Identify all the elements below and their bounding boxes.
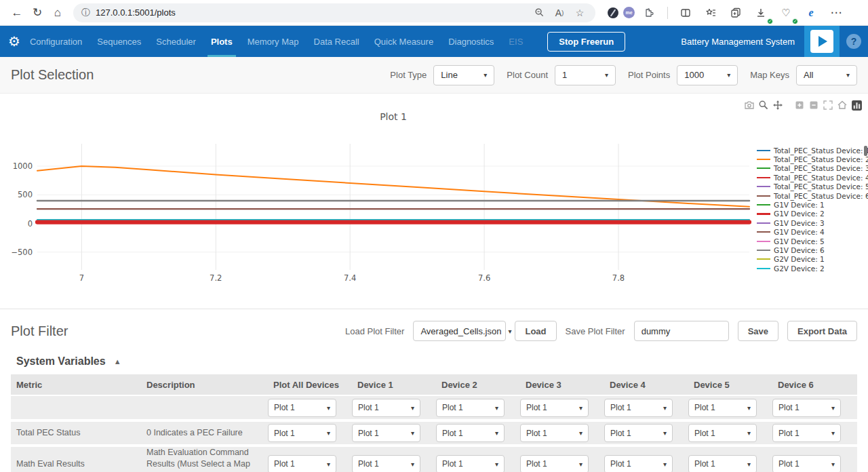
plot-assign-select[interactable]: Plot 1▾	[772, 399, 841, 417]
collections-icon[interactable]	[726, 3, 746, 23]
legend-item[interactable]: Total_PEC_Status Device: 1	[757, 146, 867, 155]
plot-assign-select[interactable]: Plot 1▾	[772, 424, 841, 442]
plot-assign-select[interactable]: Plot 1▾	[268, 424, 336, 442]
legend-item[interactable]: Total_PEC_Status Device: 3	[757, 164, 867, 173]
chevron-down-icon: ▾	[495, 404, 498, 412]
load-filter-select[interactable]: Averaged_Cells.json▾	[413, 321, 506, 341]
plot-assign-select[interactable]: Plot 1▾	[268, 455, 336, 472]
svg-text:7.4: 7.4	[344, 273, 356, 283]
zoom-icon[interactable]	[757, 99, 770, 111]
plot-canvas[interactable]: 10005000−50077.27.47.67.8	[0, 134, 760, 290]
home-icon[interactable]: ⌂	[47, 3, 68, 23]
nav-item-quick-measure[interactable]: Quick Measure	[374, 26, 433, 57]
plot-assign-select[interactable]: Plot 1▾	[604, 424, 673, 442]
zoom-in-icon[interactable]	[793, 99, 806, 111]
system-variables-title: System Variables	[16, 355, 106, 368]
legend-item[interactable]: G1V Device: 4	[757, 228, 867, 237]
plot-assign-select[interactable]: Plot 1▾	[352, 399, 420, 417]
plotly-logo-icon[interactable]	[850, 99, 863, 111]
svg-text:0: 0	[28, 219, 33, 229]
plot-assign-select[interactable]: Plot 1▾	[268, 399, 336, 417]
back-icon[interactable]: ←	[7, 3, 27, 23]
plot-assign-select[interactable]: Plot 1▾	[604, 399, 673, 417]
legend-scrollbar[interactable]	[864, 146, 867, 156]
favorites-bar-icon[interactable]	[701, 3, 721, 23]
legend-item[interactable]: G1V Device: 5	[757, 237, 867, 245]
extensions-puzzle-icon[interactable]	[639, 3, 660, 23]
nav-item-scheduler[interactable]: Scheduler	[156, 26, 196, 57]
plot-type-select[interactable]: Line▾	[433, 65, 494, 85]
reset-axes-home-icon[interactable]	[836, 99, 848, 111]
map-keys-select[interactable]: All▾	[796, 65, 857, 85]
plot-assign-select[interactable]: Plot 1▾	[772, 455, 841, 472]
plot-assign-select[interactable]: Plot 1▾	[688, 455, 757, 472]
export-data-button[interactable]: Export Data	[787, 321, 857, 341]
legend-item[interactable]: G1V Device: 3	[757, 218, 867, 227]
legend-item[interactable]: Total_PEC_Status Device: 2	[757, 155, 867, 163]
legend-item[interactable]: Total_PEC_Status Device: 4	[757, 173, 867, 182]
zoom-search-icon[interactable]	[530, 4, 548, 22]
refresh-icon[interactable]: ↻	[27, 3, 47, 23]
legend-item[interactable]: Total_PEC_Status Device: 6	[757, 191, 867, 200]
nav-item-data-recall[interactable]: Data Recall	[314, 26, 359, 57]
description-cell: 0 Indicates a PEC Failure	[141, 427, 268, 439]
plot-assign-select[interactable]: Plot 1▾	[352, 455, 420, 472]
ie-mode-icon[interactable]: e	[801, 3, 821, 23]
nav-item-sequences[interactable]: Sequences	[97, 26, 141, 57]
legend-item[interactable]: G1V Device: 2	[757, 210, 867, 218]
extension-dark-icon[interactable]	[608, 7, 618, 18]
browser-toolbar: ← ↻ ⌂ ⓘ 127.0.0.1:5001/plots A) ☆ me	[0, 0, 868, 26]
legend-label: G1V Device: 4	[774, 228, 825, 236]
downloads-icon[interactable]: ✓	[751, 3, 771, 23]
legend-item[interactable]: Total_PEC_Status Device: 5	[757, 182, 867, 191]
plot-assign-select[interactable]: Plot 1▾	[436, 424, 505, 442]
legend-item[interactable]: G2V Device: 2	[757, 264, 867, 273]
pan-icon[interactable]	[772, 99, 784, 111]
legend-item[interactable]: G1V Device: 1	[757, 200, 867, 209]
plot-points-label: Plot Points	[628, 70, 670, 80]
split-screen-icon[interactable]	[675, 3, 696, 23]
plot-assign-select[interactable]: Plot 1▾	[604, 455, 673, 472]
nav-item-configuration[interactable]: Configuration	[30, 26, 82, 57]
save-button[interactable]: Save	[738, 321, 778, 341]
plot-assign-select[interactable]: Plot 1▾	[436, 399, 505, 417]
legend-line-swatch	[757, 258, 770, 260]
nav-item-diagnostics[interactable]: Diagnostics	[448, 26, 494, 57]
extension-me-icon[interactable]: me	[623, 7, 635, 18]
stop-freerun-button[interactable]: Stop Freerun	[547, 32, 625, 52]
camera-icon[interactable]	[743, 99, 755, 111]
url-text[interactable]: 127.0.0.1:5001/plots	[96, 7, 530, 18]
plot-assign-select[interactable]: Plot 1▾	[688, 424, 757, 442]
plot-count-select[interactable]: 1▾	[555, 65, 616, 85]
address-bar[interactable]: ⓘ 127.0.0.1:5001/plots A) ☆	[73, 3, 595, 22]
autoscale-icon[interactable]	[822, 99, 834, 111]
site-info-icon[interactable]: ⓘ	[81, 7, 90, 19]
save-filter-input[interactable]	[634, 321, 729, 341]
browser-menu-icon[interactable]: ⋯	[826, 3, 846, 23]
plot-assign-select[interactable]: Plot 1▾	[436, 455, 505, 472]
nav-item-memory-map[interactable]: Memory Map	[248, 26, 299, 57]
nav-item-plots[interactable]: Plots	[211, 26, 233, 57]
plot-assign-select[interactable]: Plot 1▾	[352, 424, 420, 442]
plotly-modebar	[743, 99, 863, 111]
plot-filter-bar: Plot Filter Load Plot Filter Averaged_Ce…	[0, 309, 868, 353]
system-variables-header: System Variables ▲	[0, 353, 868, 370]
legend-item[interactable]: G1V Device: 6	[757, 245, 867, 254]
zoom-out-icon[interactable]	[808, 99, 820, 111]
plot-points-select[interactable]: 1000▾	[677, 65, 738, 85]
nav-item-eis[interactable]: EIS	[509, 26, 523, 57]
plot-assign-select[interactable]: Plot 1▾	[520, 399, 589, 417]
plot-assign-select[interactable]: Plot 1▾	[520, 455, 589, 472]
legend-label: Total_PEC_Status Device: 1	[774, 146, 868, 155]
browser-essentials-icon[interactable]: ♡ ✓	[776, 3, 796, 23]
read-aloud-icon[interactable]: A)	[551, 4, 568, 22]
legend-item[interactable]: G2V Device: 1	[757, 255, 867, 264]
collapse-triangle-icon[interactable]: ▲	[114, 357, 121, 366]
help-icon[interactable]: ?	[846, 34, 861, 49]
plot-assign-select[interactable]: Plot 1▾	[688, 399, 757, 417]
plot-assign-select[interactable]: Plot 1▾	[520, 424, 589, 442]
settings-gear-icon[interactable]: ⚙	[8, 33, 20, 50]
run-play-button[interactable]	[804, 26, 840, 57]
favorite-star-icon[interactable]: ☆	[571, 4, 589, 22]
load-button[interactable]: Load	[515, 321, 556, 341]
